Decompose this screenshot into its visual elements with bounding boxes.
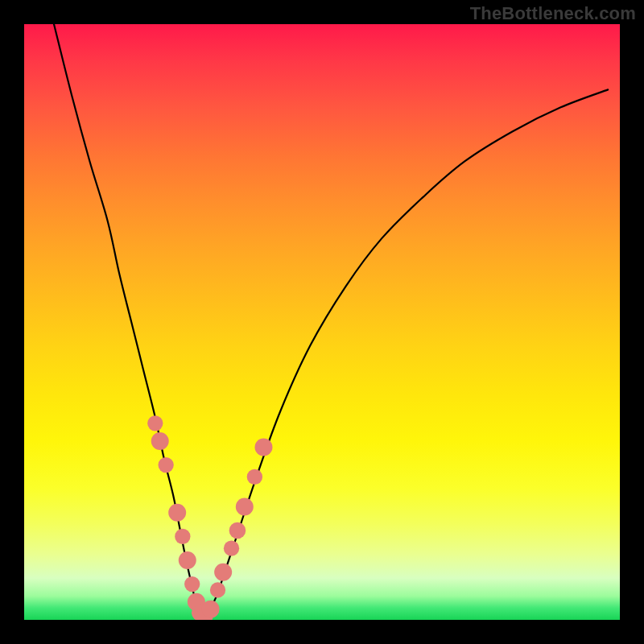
data-marker xyxy=(168,504,186,522)
bottleneck-curve xyxy=(24,24,620,620)
marker-group xyxy=(147,415,272,620)
data-marker xyxy=(179,551,196,569)
data-marker xyxy=(247,469,262,485)
data-marker xyxy=(236,497,254,515)
data-marker xyxy=(254,438,272,456)
watermark-text: TheBottleneck.com xyxy=(470,3,636,24)
data-marker xyxy=(202,601,220,618)
plot-area xyxy=(24,24,620,620)
data-marker xyxy=(151,432,169,450)
chart-frame: TheBottleneck.com xyxy=(0,0,644,644)
data-marker xyxy=(175,529,190,544)
data-marker xyxy=(229,522,246,539)
data-marker xyxy=(158,457,173,473)
data-marker xyxy=(184,576,200,592)
curve-left-branch xyxy=(54,24,203,617)
data-marker xyxy=(210,582,225,597)
curve-right-branch xyxy=(203,89,608,617)
data-marker xyxy=(224,541,239,556)
data-marker xyxy=(147,415,163,431)
data-marker xyxy=(214,564,232,581)
